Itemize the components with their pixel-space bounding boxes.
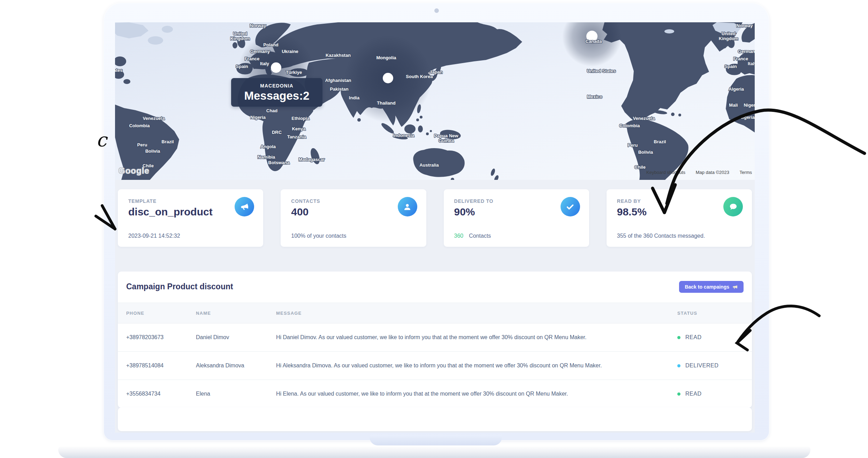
map-label: Nigeria — [739, 115, 755, 120]
map-label: United — [722, 31, 736, 36]
cell-status: READ — [677, 334, 744, 341]
map-label: Chile — [634, 165, 646, 170]
map-label: Mongolia — [376, 55, 396, 60]
stats-row: TEMPLATE disc_on_product 2023-09-21 14:5… — [118, 189, 752, 247]
map-label: Botswana — [268, 160, 290, 165]
map-label: France — [245, 56, 260, 61]
keyboard-shortcuts-link[interactable]: Keyboard shortcuts — [646, 170, 685, 175]
stat-subtext: 100% of your contacts — [291, 233, 346, 239]
map-label: Mali — [729, 102, 738, 108]
cell-name: Daniel Dimov — [196, 334, 276, 341]
map-label: United — [233, 31, 248, 36]
delivered-count-label: Contacts — [469, 233, 491, 239]
stat-card-template: TEMPLATE disc_on_product 2023-09-21 14:5… — [118, 189, 263, 247]
map-label: Algeria — [729, 86, 744, 92]
column-header-phone: PHONE — [126, 311, 196, 316]
map-label: Kingdom — [719, 36, 738, 41]
campaign-panel: Campaign Product discount Back to campai… — [118, 272, 752, 408]
column-header-status: STATUS — [677, 311, 744, 316]
map-label: Norway — [250, 23, 267, 28]
megaphone-icon — [235, 197, 254, 216]
stat-subtext: 2023-09-21 14:52:32 — [128, 233, 180, 239]
map-label: Poland — [263, 42, 278, 47]
megaphone-emoji-icon — [732, 284, 738, 290]
terms-link[interactable]: Terms — [740, 170, 752, 175]
map-label: Indonesia — [393, 133, 414, 138]
map-label: South Korea — [406, 74, 433, 79]
map-label: Guinea — [439, 138, 454, 143]
table-row[interactable]: +3556834734 Elena Hi Elena. As our value… — [118, 380, 752, 408]
webcam-dot — [434, 8, 439, 13]
map-label: Pakistan — [330, 86, 349, 92]
table-row[interactable]: +38978203673 Daniel Dimov Hi Daniel Dimo… — [118, 323, 752, 351]
map-label: Angola — [260, 144, 276, 149]
status-dot — [677, 336, 680, 339]
map-label: Thailand — [377, 100, 396, 106]
delivered-count: 360 — [454, 233, 464, 239]
world-map[interactable]: United States Venezuela Colombia Brazil … — [115, 22, 755, 180]
map-data-label: Map data ©2023 — [696, 170, 729, 175]
map-label: Australia — [419, 162, 439, 168]
cell-message: Hi Elena. As our valued customer, we lik… — [276, 391, 677, 397]
map-label: Colombia — [619, 123, 640, 128]
map-label: Tanzania — [287, 134, 306, 139]
map-label: United States — [115, 68, 123, 73]
map-label: Niger — [744, 102, 755, 108]
cell-name: Aleksandra Dimova — [196, 362, 276, 369]
back-to-campaigns-button[interactable]: Back to campaings — [679, 281, 744, 293]
stat-label: READ BY — [617, 198, 641, 204]
stat-label: DELIVERED TO — [454, 198, 494, 204]
map-label: Kenya — [292, 126, 306, 131]
map-label: United States — [587, 68, 616, 74]
stat-card-read: READ BY 98.5% 355 of the 360 Contacts me… — [607, 189, 752, 247]
tooltip-messages: Messages:2 — [231, 89, 322, 102]
map-label: Mexico — [587, 94, 602, 99]
cell-phone: +38978203673 — [126, 334, 196, 341]
status-dot — [677, 392, 680, 396]
map-label: Italy — [260, 61, 269, 66]
map-label: Kazakhstan — [326, 53, 351, 58]
map-label: Italy — [748, 61, 755, 66]
map-label: Germany — [250, 49, 270, 54]
table-row[interactable]: +38978514084 Aleksandra Dimova Hi Aleksa… — [118, 351, 752, 380]
status-label: READ — [685, 391, 701, 397]
map-label: France — [733, 56, 748, 61]
message-marker-macedonia[interactable] — [271, 62, 281, 73]
map-label: Türkiye — [286, 70, 302, 75]
status-dot — [677, 364, 680, 367]
map-label: DRC — [272, 130, 282, 135]
map-label: Madagascar — [298, 157, 325, 162]
map-label: Nigeria — [250, 115, 266, 120]
map-label: Afghanistan — [325, 78, 351, 83]
cell-status: DELIVERED — [677, 362, 744, 369]
cell-name: Elena — [196, 391, 276, 397]
message-marker-asia[interactable] — [383, 73, 393, 83]
map-label: Norway — [737, 23, 753, 28]
user-icon — [398, 197, 417, 216]
tooltip-country: MACEDONIA — [231, 83, 322, 89]
stat-label: TEMPLATE — [128, 198, 157, 204]
map-label: Ukraine — [282, 49, 298, 54]
map-label: Spain — [236, 64, 248, 69]
stat-value: 90% — [454, 206, 475, 218]
map-label: Brazil — [161, 139, 174, 144]
cell-message: Hi Daniel Dimov. As our valued customer,… — [276, 334, 677, 341]
map-label: India — [349, 95, 360, 100]
dashboard-screen: United States Venezuela Colombia Brazil … — [115, 22, 755, 433]
map-label: Bolivia — [638, 150, 653, 155]
map-label: Kingdom — [230, 36, 250, 41]
column-header-message: MESSAGE — [276, 311, 677, 316]
map-label: Colombia — [129, 123, 150, 128]
map-label: Venezuela — [633, 116, 655, 121]
map-tooltip: MACEDONIA Messages:2 — [231, 78, 322, 107]
map-label: Papua New — [434, 133, 458, 138]
cell-message: Hi Aleksandra Dimova. As our valued cust… — [276, 362, 677, 369]
stat-value: 98.5% — [617, 206, 647, 218]
stat-value: disc_on_product — [128, 206, 213, 218]
map-label: Germany — [738, 49, 755, 54]
cell-status: READ — [677, 391, 744, 397]
check-icon — [561, 197, 580, 216]
map-label: Bolivia — [145, 148, 160, 154]
chat-bubble-icon — [723, 197, 743, 216]
cell-phone: +3556834734 — [126, 391, 196, 397]
